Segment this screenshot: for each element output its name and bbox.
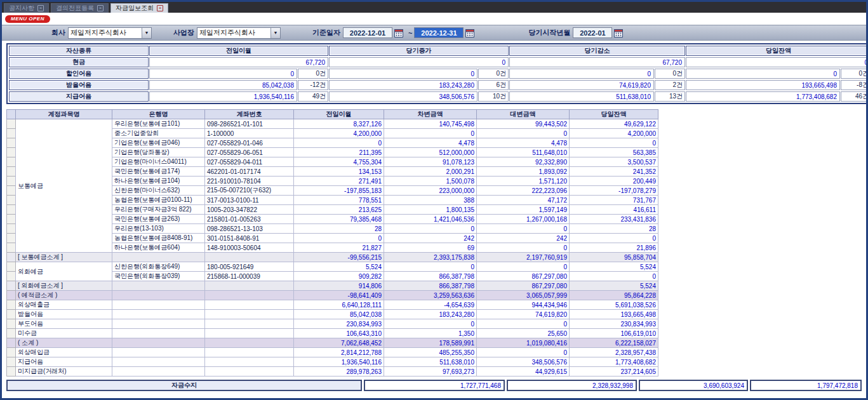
tab-close-icon[interactable]: ×: [37, 5, 44, 11]
debit-amount-cell: 0: [384, 262, 477, 272]
date-from-input[interactable]: 2022-12-01: [343, 27, 392, 38]
row-selector-cell[interactable]: [7, 243, 16, 253]
detail-row[interactable]: 미수금106,643,3101,35025,650106,619,010: [7, 329, 658, 338]
company-select[interactable]: 제일저지주식회사 ▼: [68, 27, 152, 39]
bank-name-cell: 국민은행(외화통장039): [112, 272, 205, 281]
credit-amount-cell: 3,065,057,999: [477, 291, 570, 300]
row-selector-cell[interactable]: [7, 224, 16, 234]
row-selector-cell[interactable]: [7, 357, 16, 367]
row-selector-cell[interactable]: [7, 291, 16, 300]
menu-open-button[interactable]: MENU OPEN: [5, 15, 50, 23]
debit-amount-cell: 1,800,135: [384, 205, 477, 215]
account-name-cell: ( 예적금소계 ): [16, 291, 112, 300]
row-selector-cell[interactable]: [7, 157, 16, 167]
detail-row[interactable]: [ 외화예금소계 ]914,806866,387,798867,297,0805…: [7, 281, 658, 291]
row-selector-cell[interactable]: [7, 177, 16, 186]
calendar-icon[interactable]: [465, 29, 474, 37]
detail-row[interactable]: ( 예적금소계 )-98,641,4093,259,563,6363,065,0…: [7, 291, 658, 300]
detail-row[interactable]: 보통예금우리은행(보통예금101)098-286521-01-1018,327,…: [7, 119, 658, 129]
row-selector-cell[interactable]: [7, 272, 16, 281]
prev-balance-cell: 4,200,000: [294, 129, 384, 138]
bank-name-cell: [112, 281, 205, 291]
prev-balance-cell: -98,641,409: [294, 291, 384, 300]
detail-row[interactable]: 외화예금신한은행(외화통장649)180-005-9216495,524005,…: [7, 262, 658, 272]
menu-strip: MENU OPEN: [2, 13, 866, 25]
bank-name-cell: [112, 319, 205, 329]
tab-자금일보조회[interactable]: 자금일보조회×: [110, 3, 168, 13]
row-selector-cell[interactable]: [7, 129, 16, 138]
detail-row[interactable]: [ 보통예금소계 ]-99,556,2152,393,175,8382,197,…: [7, 253, 658, 262]
row-selector-cell[interactable]: [7, 310, 16, 319]
credit-amount-cell: 1,267,000,168: [477, 215, 570, 224]
calendar-icon[interactable]: [394, 29, 403, 37]
bank-name-cell: [112, 357, 205, 367]
daily-balance-cell: 4,200,000: [570, 129, 658, 138]
bank-name-cell: [112, 367, 205, 377]
asset-type-cell: 받을어음: [9, 80, 149, 90]
calendar-icon[interactable]: [614, 29, 623, 37]
detail-row[interactable]: 미지급금(거래처)289,978,26397,693,27344,929,615…: [7, 367, 658, 377]
tab-결의전표등록[interactable]: 결의전표등록×: [51, 3, 109, 13]
detail-row[interactable]: 외상매출금6,640,128,111-4,654,639944,434,9465…: [7, 300, 658, 310]
summary-amount-cell: 0: [686, 69, 840, 79]
debit-amount-cell: 3,259,563,636: [384, 291, 477, 300]
date-range-tilde: ~: [408, 29, 412, 37]
row-selector-cell[interactable]: [7, 167, 16, 177]
row-selector-cell[interactable]: [7, 253, 16, 262]
prev-balance-cell: 6,640,128,111: [294, 300, 384, 310]
account-name-cell: [ 보통예금소계 ]: [16, 253, 112, 262]
bank-name-cell: [112, 310, 205, 319]
row-selector-cell[interactable]: [7, 262, 16, 272]
detail-row[interactable]: 부도어음230,834,99300230,834,993: [7, 319, 658, 329]
tab-공지사항[interactable]: 공지사항×: [4, 3, 49, 13]
debit-amount-cell: 2,000,291: [384, 167, 477, 177]
bank-name-cell: 농협은행(보통예금8408-91): [112, 234, 205, 243]
row-selector-cell[interactable]: [7, 148, 16, 157]
tab-label: 결의전표등록: [56, 4, 94, 13]
detail-row[interactable]: 외상매입금2,814,212,788485,255,35002,328,957,…: [7, 348, 658, 357]
credit-amount-cell: 2,197,760,919: [477, 253, 570, 262]
row-selector-cell[interactable]: [7, 281, 16, 291]
account-group-cell: 외화예금: [16, 262, 112, 281]
site-select[interactable]: 제일저지주식회사 ▼: [197, 27, 281, 39]
row-selector-cell[interactable]: [7, 319, 16, 329]
row-selector-cell[interactable]: [7, 367, 16, 377]
summary-amount-cell: 193,665,498: [686, 80, 840, 90]
daily-balance-cell: 200,449: [570, 177, 658, 186]
prev-balance-cell: 271,491: [294, 177, 384, 186]
summary-count-cell: 0건: [841, 69, 868, 79]
account-number-cell: [205, 253, 294, 262]
prev-balance-cell: 134,153: [294, 167, 384, 177]
tab-close-icon[interactable]: ×: [97, 5, 103, 11]
account-number-cell: [205, 319, 294, 329]
row-selector-cell[interactable]: [7, 234, 16, 243]
prev-balance-cell: 7,062,648,452: [294, 338, 384, 348]
row-selector-cell[interactable]: [7, 205, 16, 215]
prev-balance-cell: 85,042,038: [294, 310, 384, 319]
detail-row[interactable]: 지급어음1,936,540,116511,638,010348,506,5761…: [7, 357, 658, 367]
row-selector-cell[interactable]: [7, 196, 16, 205]
prev-balance-cell: 5,524: [294, 262, 384, 272]
summary-amount-cell: 0: [149, 69, 297, 79]
row-selector-cell[interactable]: [7, 186, 16, 196]
tab-close-icon[interactable]: ×: [157, 5, 163, 11]
credit-amount-cell: 1,893,092: [477, 167, 570, 177]
summary-column-header: 전일이월: [149, 46, 328, 56]
row-selector-cell[interactable]: [7, 348, 16, 357]
detail-row[interactable]: 받을어음85,042,038183,243,28074,619,820193,6…: [7, 310, 658, 319]
date-to-input[interactable]: 2022-12-31: [414, 27, 464, 38]
credit-amount-cell: 4,478: [477, 138, 570, 148]
prev-balance-cell: 230,834,993: [294, 319, 384, 329]
row-selector-cell[interactable]: [7, 215, 16, 224]
row-selector-cell[interactable]: [7, 119, 16, 129]
period-start-input[interactable]: 2022-01: [573, 27, 612, 38]
row-selector-cell[interactable]: [7, 300, 16, 310]
row-selector-cell[interactable]: [7, 329, 16, 338]
debit-amount-cell: 0: [384, 224, 477, 234]
row-selector-cell[interactable]: [7, 338, 16, 348]
credit-amount-cell: 44,929,615: [477, 367, 570, 377]
account-number-cell: 027-055829-06-051: [205, 148, 294, 157]
row-selector-cell[interactable]: [7, 138, 16, 148]
row-selector-header: [7, 110, 16, 119]
detail-row[interactable]: ( 소계 )7,062,648,452178,589,9911,019,080,…: [7, 338, 658, 348]
